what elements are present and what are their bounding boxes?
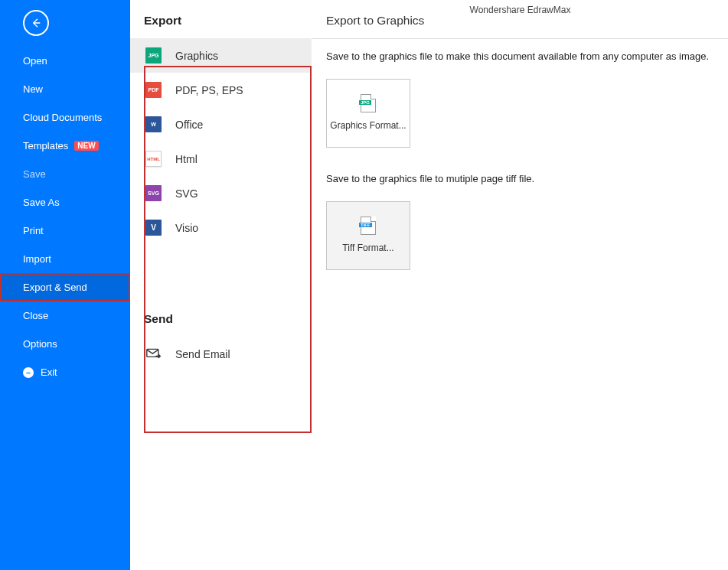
nav-new[interactable]: New (0, 75, 130, 103)
export-option-graphics[interactable]: JPG Graphics (130, 38, 312, 73)
export-heading: Export (130, 0, 312, 38)
nav-label: Save (23, 168, 46, 180)
svg-icon: SVG (145, 185, 162, 201)
nav-save-as[interactable]: Save As (0, 188, 130, 217)
arrow-left-icon (30, 17, 42, 29)
nav-exit[interactable]: – Exit (0, 358, 130, 386)
graphics-format-card[interactable]: JPG Graphics Format... (326, 79, 410, 148)
html-icon: HTML (145, 151, 162, 167)
nav-label: Export & Send (23, 282, 87, 293)
back-button[interactable] (23, 10, 49, 36)
nav-label: Close (23, 310, 48, 321)
export-panel: Export JPG Graphics PDF PDF, PS, EPS W O… (130, 0, 312, 570)
export-option-visio[interactable]: V Visio (130, 210, 312, 245)
send-heading: Send (130, 298, 312, 337)
file-icon: TIFF (361, 217, 376, 235)
option-label: Send Email (175, 348, 230, 360)
jpg-icon: JPG (145, 47, 162, 64)
file-icon: JPG (361, 94, 376, 112)
nav-export-send[interactable]: Export & Send (0, 273, 130, 301)
export-option-html[interactable]: HTML Html (130, 142, 312, 176)
export-detail-pane: Wondershare EdrawMax Export to Graphics … (312, 0, 728, 570)
tiff-format-card[interactable]: TIFF Tiff Format... (326, 201, 410, 270)
nav-label: Import (23, 253, 51, 265)
nav-options[interactable]: Options (0, 330, 130, 358)
nav-label: Cloud Documents (23, 112, 102, 123)
tiff-description: Save to the graphics file to mutiple pag… (312, 161, 728, 192)
visio-icon: V (145, 220, 162, 236)
option-label: PDF, PS, EPS (175, 84, 243, 96)
nav-save: Save (0, 160, 130, 188)
file-tag: TIFF (359, 223, 372, 227)
option-label: Graphics (175, 50, 218, 62)
nav-open[interactable]: Open (0, 47, 130, 75)
option-label: SVG (175, 187, 198, 200)
pdf-icon: PDF (145, 82, 162, 98)
nav-cloud-documents[interactable]: Cloud Documents (0, 103, 130, 132)
nav-import[interactable]: Import (0, 245, 130, 273)
nav-close[interactable]: Close (0, 301, 130, 330)
nav-label: Exit (41, 366, 57, 378)
file-tag: JPG (359, 100, 371, 105)
nav-label: Print (23, 225, 44, 236)
new-badge: NEW (74, 141, 98, 151)
email-icon (145, 346, 162, 362)
export-option-svg[interactable]: SVG SVG (130, 176, 312, 210)
nav-label: Options (23, 338, 57, 350)
option-label: Office (175, 119, 203, 131)
exit-icon: – (23, 367, 34, 378)
option-label: Html (175, 153, 198, 165)
export-option-pdf[interactable]: PDF PDF, PS, EPS (130, 73, 312, 107)
nav-label: New (23, 83, 43, 95)
word-icon: W (145, 116, 162, 132)
card-label: Graphics Format... (330, 120, 406, 132)
card-label: Tiff Format... (342, 243, 393, 255)
nav-label: Open (23, 55, 47, 67)
nav-print[interactable]: Print (0, 217, 130, 245)
app-title: Wondershare EdrawMax (312, 5, 728, 15)
file-menu-sidebar: Open New Cloud Documents Templates NEW S… (0, 0, 130, 570)
nav-label: Templates (23, 140, 68, 151)
option-label: Visio (175, 222, 198, 234)
nav-label: Save As (23, 197, 60, 208)
export-option-office[interactable]: W Office (130, 107, 312, 142)
graphics-description: Save to the graphics file to make this d… (312, 39, 728, 70)
send-option-email[interactable]: Send Email (130, 337, 312, 371)
nav-templates[interactable]: Templates NEW (0, 132, 130, 160)
